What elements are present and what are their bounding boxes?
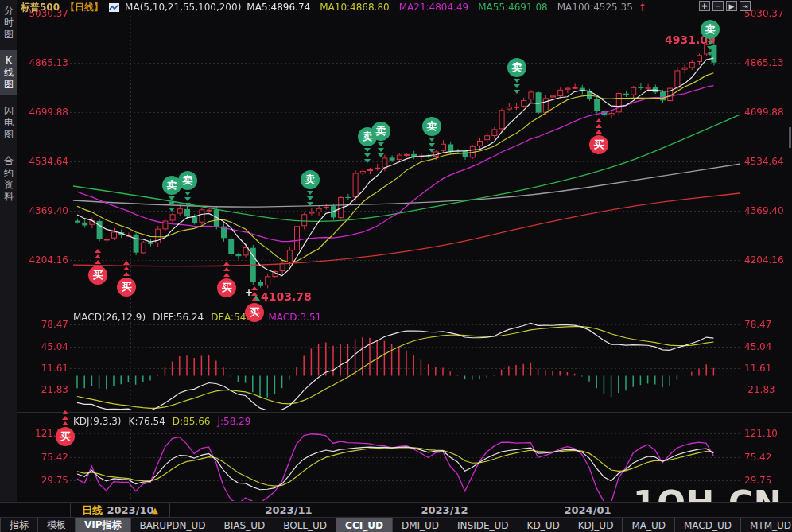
sell-signal-marker[interactable]: 卖 — [178, 171, 197, 190]
signal-arrow-down-icon — [707, 52, 713, 56]
toolbar-tab-dmi_ud[interactable]: DMI_UD — [393, 518, 448, 532]
signal-arrow-down-icon — [364, 153, 371, 157]
signal-arrow-down-icon — [429, 149, 435, 153]
sidebar-tab-1[interactable]: 分时图 — [0, 0, 17, 45]
sell-signal-marker[interactable]: 卖 — [371, 122, 390, 141]
panel-divider[interactable] — [0, 412, 792, 413]
chart-mode-sidebar: 分时图K线图闪电图合约资料 — [0, 0, 17, 502]
axis-tick-label: 29.75 — [22, 475, 68, 486]
signal-arrow-down-icon — [378, 153, 384, 157]
toolbar-tab-barupdn_ud[interactable]: BARUPDN_UD — [131, 518, 215, 532]
buy-signal-marker[interactable]: 买 — [245, 303, 264, 322]
toolbar-tab-[interactable]: 模板 — [38, 518, 76, 532]
signal-arrow-up-icon — [62, 421, 68, 425]
kdj-k-value: K:76.54 — [129, 416, 165, 427]
toolbar-tab-inside_ud[interactable]: INSIDE_UD — [448, 518, 518, 532]
signal-arrow-down-icon — [707, 41, 713, 45]
signal-arrow-down-icon — [364, 148, 371, 152]
axis-tick-label: -21.83 — [744, 384, 775, 395]
signal-arrow-down-icon — [169, 202, 175, 206]
toolbar-tab-kdj_ud[interactable]: KDJ_UD — [569, 518, 623, 532]
buy-signal-marker[interactable]: 买 — [217, 278, 236, 297]
signal-arrow-down-icon — [307, 202, 313, 206]
period-label: 日线 — [82, 503, 103, 518]
signal-arrow-down-icon — [429, 143, 435, 147]
axis-tick-label: 4534.64 — [22, 156, 68, 167]
sidebar-tab-2[interactable]: K线图 — [0, 50, 17, 95]
time-axis-strip: 日线 ▲ 2023/102023/112023/122024/01 — [0, 502, 792, 518]
kdj-panel-title: KDJ(9,3,3) K:76.54 D:85.66 J:58.29 — [73, 416, 250, 427]
kdj-d-value: D:85.66 — [173, 416, 211, 427]
chart-type-icon[interactable] — [109, 3, 119, 12]
signal-arrow-down-icon — [169, 208, 175, 212]
sell-signal-marker[interactable]: 卖 — [301, 170, 320, 189]
axis-tick-label: 75.42 — [22, 452, 68, 463]
axis-tick-label: 4865.13 — [22, 57, 68, 68]
ma-value-1: MA5:4896.74 — [247, 2, 310, 13]
x-axis-label: 2023/12 — [421, 504, 468, 516]
signal-arrow-down-icon — [307, 196, 313, 200]
right-scrollbar-thumb[interactable] — [789, 127, 791, 148]
axis-tick-label: 4204.16 — [744, 254, 784, 266]
axis-tick-label: 78.47 — [22, 319, 68, 330]
macd-value: MACD:3.51 — [268, 312, 321, 323]
signal-arrow-up-icon — [123, 261, 130, 265]
macd-panel-title: MACD(26,12,9) DIFF:56.24 DEA:54.48 MACD:… — [73, 312, 321, 323]
signal-arrow-up-icon — [62, 410, 68, 414]
ma-value-3: MA21:4804.49 — [399, 2, 469, 13]
signal-arrow-up-icon — [95, 260, 101, 264]
up-arrow-icon: ↑ — [639, 2, 647, 14]
signal-arrow-up-icon — [251, 297, 258, 301]
panel-divider[interactable] — [0, 309, 792, 309]
signal-arrow-down-icon — [514, 90, 520, 94]
auto-scale-icon[interactable]: ▶ — [726, 1, 737, 11]
axis-tick-label: -21.83 — [22, 384, 68, 395]
axis-tick-label: 4699.88 — [744, 107, 784, 118]
signal-arrow-down-icon — [169, 196, 175, 200]
signal-arrow-up-icon — [223, 267, 230, 271]
axis-tick-label: 45.04 — [744, 341, 771, 352]
signal-arrow-up-icon — [62, 416, 68, 420]
toolbar-tab-ma_ud[interactable]: MA_UD — [623, 518, 675, 532]
pan-tool-icon[interactable]: ✚ — [699, 1, 710, 11]
signal-arrow-up-icon — [596, 124, 602, 128]
chart-tool-icons: ✚⊢▶⇥ — [699, 1, 751, 11]
sidebar-tab-3[interactable]: 闪电图 — [0, 100, 17, 146]
signal-arrow-down-icon — [364, 159, 371, 163]
axis-tick-label: 4865.13 — [744, 57, 784, 68]
chart-region: 标普500 【日线】 MA(5,10,21,55,100,200) MA5:48… — [0, 0, 792, 502]
x-axis-label: 2023/11 — [265, 504, 312, 516]
x-axis-label: 2024/01 — [564, 504, 611, 516]
buy-signal-marker[interactable]: 买 — [117, 278, 136, 297]
buy-signal-marker[interactable]: 买 — [88, 266, 107, 285]
sell-signal-marker[interactable]: 卖 — [701, 20, 720, 39]
sell-signal-marker[interactable]: 卖 — [422, 117, 441, 136]
ma-group-label: MA(5,10,21,55,100,200) — [125, 2, 241, 13]
ma-value-4: MA55:4691.08 — [478, 2, 548, 13]
trading-app-window: 标普500 【日线】 MA(5,10,21,55,100,200) MA5:48… — [0, 0, 792, 532]
toolbar-tab-cci_ud[interactable]: CCI_UD — [336, 518, 393, 532]
reset-axis-left-icon[interactable]: ⊢ — [712, 1, 724, 11]
kdj-title: KDJ(9,3,3) — [73, 416, 122, 427]
axis-tick-label: 4369.40 — [744, 205, 784, 216]
kdj-j-value: J:58.29 — [217, 416, 250, 427]
buy-signal-marker[interactable]: 买 — [56, 427, 75, 446]
sidebar-tab-4[interactable]: 合约资料 — [0, 150, 17, 208]
axis-tick-label: 45.04 — [22, 341, 68, 352]
buy-signal-marker[interactable]: 买 — [589, 135, 608, 154]
toolbar-tab-[interactable]: 指标 — [1, 518, 38, 532]
axis-tick-label: 4534.64 — [744, 156, 784, 167]
sell-signal-marker[interactable]: 卖 — [507, 58, 526, 77]
symbol-name: 标普500 — [21, 1, 60, 14]
toolbar-tab-bias_ud[interactable]: BIAS_UD — [215, 518, 275, 532]
toolbar-tab-vip[interactable]: VIP指标 — [76, 518, 131, 532]
shift-right-icon[interactable]: ⇥ — [740, 1, 751, 11]
signal-arrow-down-icon — [514, 84, 520, 88]
toolbar-tab-macd_ud[interactable]: MACD_UD — [675, 518, 741, 532]
axis-tick-label: 4369.40 — [22, 205, 68, 216]
toolbar-tab-mtm_ud[interactable]: MTM_UD — [741, 518, 792, 532]
toolbar-tab-boll_ud[interactable]: BOLL_UD — [274, 518, 336, 532]
toolbar-tab-kd_ud[interactable]: KD_UD — [518, 518, 569, 532]
signal-arrow-up-icon — [596, 130, 602, 134]
ma-value-5: MA100:4525.35 — [557, 2, 633, 13]
